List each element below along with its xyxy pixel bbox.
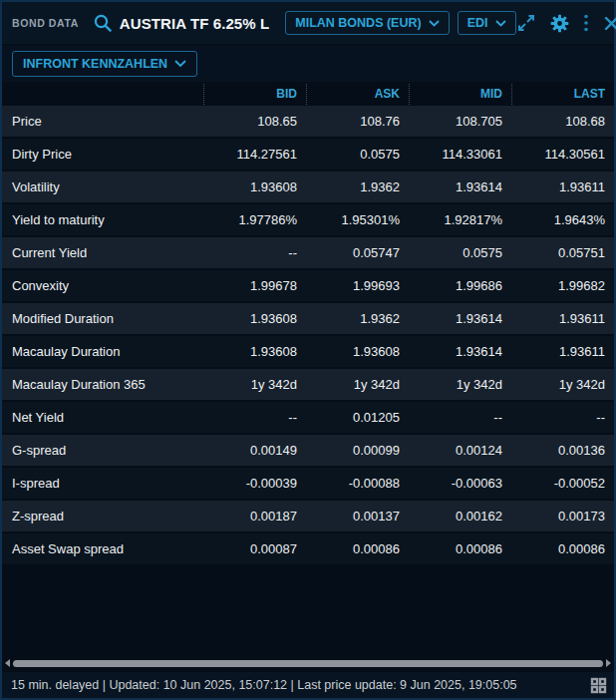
bid-value: 1.93608: [203, 311, 306, 326]
bid-value: 1y 342d: [203, 377, 306, 392]
bid-value: --: [203, 245, 306, 260]
view-dropdown[interactable]: INFRONT KENNZAHLEN: [12, 51, 197, 77]
last-value: 1.9643%: [511, 212, 614, 227]
ask-value: 0.05747: [306, 245, 409, 260]
column-header-mid: MID: [409, 84, 511, 105]
row-label: G-spread: [2, 443, 203, 458]
ask-value: 0.00086: [306, 541, 409, 556]
ask-value: 1.95301%: [306, 212, 409, 227]
row-label: Price: [2, 114, 203, 129]
row-label: Convexity: [2, 278, 203, 293]
instrument-search[interactable]: AUSTRIA TF 6.25% L: [93, 13, 269, 34]
table-row[interactable]: Yield to maturity 1.97786% 1.95301% 1.92…: [2, 204, 614, 235]
chevron-down-icon: [174, 60, 186, 68]
bid-value: 0.00087: [203, 541, 306, 556]
view-dropdown-label: INFRONT KENNZAHLEN: [23, 57, 167, 71]
mid-value: 0.00162: [409, 509, 511, 524]
table-row[interactable]: G-spread 0.00149 0.00099 0.00124 0.00136: [2, 435, 614, 466]
row-label: Net Yield: [2, 410, 203, 425]
scroll-left-arrow-icon[interactable]: [5, 659, 10, 667]
bid-value: 1.97786%: [203, 212, 306, 227]
table-row[interactable]: Current Yield -- 0.05747 0.0575 0.05751: [2, 237, 614, 268]
window-body: BOND DATA AUSTRIA TF 6.25% L MILAN BONDS…: [2, 2, 614, 698]
market-dropdown-label: MILAN BONDS (EUR): [295, 16, 421, 30]
table-header: BID ASK MID LAST: [2, 84, 614, 105]
source-dropdown[interactable]: EDI: [458, 11, 516, 35]
kebab-menu-icon[interactable]: [583, 13, 589, 33]
mid-value: 0.0575: [409, 245, 511, 260]
last-value: 0.00173: [511, 509, 614, 524]
mid-value: 1.93614: [409, 344, 511, 359]
toolbar: INFRONT KENNZAHLEN: [2, 46, 614, 82]
table-row[interactable]: Z-spread 0.00187 0.00137 0.00162 0.00173: [2, 501, 614, 531]
mid-value: 1.93614: [409, 179, 511, 194]
table-body: Price 108.65 108.76 108.705 108.68 Dirty…: [2, 106, 614, 566]
ask-value: 108.76: [306, 114, 409, 129]
row-label: Asset Swap spread: [2, 541, 203, 556]
table-row[interactable]: Convexity 1.99678 1.99693 1.99686 1.9968…: [2, 270, 614, 301]
table-row[interactable]: Volatility 1.93608 1.9362 1.93614 1.9361…: [2, 172, 614, 202]
last-value: 1.93611: [511, 344, 614, 359]
row-label: Current Yield: [2, 245, 203, 260]
mid-value: -0.00063: [409, 476, 511, 491]
last-value: 0.00086: [511, 541, 614, 556]
bid-value: 0.00187: [203, 509, 306, 524]
last-value: -0.00052: [511, 476, 614, 491]
row-label: Modified Duration: [2, 311, 203, 326]
ask-value: 1.99693: [306, 278, 409, 293]
ask-value: 0.00137: [306, 509, 409, 524]
bid-value: 0.00149: [203, 443, 306, 458]
window-controls: [516, 13, 616, 33]
mid-value: 1.92817%: [409, 212, 511, 227]
search-icon[interactable]: [93, 13, 114, 34]
ask-value: 1.9362: [306, 311, 409, 326]
last-value: 1y 342d: [511, 377, 614, 392]
ask-value: 1.93608: [306, 344, 409, 359]
table-row[interactable]: Price 108.65 108.76 108.705 108.68: [2, 106, 614, 137]
table-row[interactable]: Macaulay Duration 1.93608 1.93608 1.9361…: [2, 336, 614, 367]
column-header-bid: BID: [203, 84, 306, 105]
mid-value: 0.00124: [409, 443, 511, 458]
mid-value: --: [409, 410, 511, 425]
row-label: Macaulay Duration: [2, 344, 203, 359]
expand-icon[interactable]: [516, 13, 536, 33]
table-row[interactable]: Net Yield -- 0.01205 -- --: [2, 402, 614, 433]
last-value: 114.30561: [511, 147, 614, 162]
table-row[interactable]: I-spread -0.00039 -0.00088 -0.00063 -0.0…: [2, 468, 614, 499]
status-text: 15 min. delayed | Updated: 10 Jun 2025, …: [11, 678, 517, 692]
row-label: Yield to maturity: [2, 212, 203, 227]
bid-value: 114.27561: [203, 147, 306, 162]
ask-value: -0.00088: [306, 476, 409, 491]
table-row[interactable]: Asset Swap spread 0.00087 0.00086 0.0008…: [2, 533, 614, 564]
ask-value: 0.01205: [306, 410, 409, 425]
horizontal-scrollbar[interactable]: [2, 656, 614, 670]
bid-value: 108.65: [203, 114, 306, 129]
app-title: BOND DATA: [12, 17, 79, 29]
scroll-right-arrow-icon[interactable]: [606, 659, 611, 667]
row-label: Volatility: [2, 179, 203, 194]
row-label: Dirty Price: [2, 147, 203, 162]
mid-value: 114.33061: [409, 147, 511, 162]
table-row[interactable]: Dirty Price 114.27561 0.0575 114.33061 1…: [2, 139, 614, 170]
scrollbar-thumb[interactable]: [13, 660, 603, 667]
bid-value: 1.99678: [203, 278, 306, 293]
link-channels-grid-icon[interactable]: [590, 677, 607, 694]
table-row[interactable]: Macaulay Duration 365 1y 342d 1y 342d 1y…: [2, 369, 614, 400]
mid-value: 1.93614: [409, 311, 511, 326]
column-header-last: LAST: [511, 84, 614, 105]
chevron-down-icon: [495, 20, 506, 27]
row-label: I-spread: [2, 476, 203, 491]
ask-value: 1y 342d: [306, 377, 409, 392]
close-icon[interactable]: [603, 15, 616, 32]
market-dropdown[interactable]: MILAN BONDS (EUR): [285, 11, 449, 35]
bid-value: --: [203, 410, 306, 425]
last-value: --: [511, 410, 614, 425]
instrument-name[interactable]: AUSTRIA TF 6.25% L: [120, 15, 269, 32]
ask-value: 0.00099: [306, 443, 409, 458]
column-header-ask: ASK: [306, 84, 409, 105]
gear-icon[interactable]: [550, 14, 569, 33]
last-value: 1.93611: [511, 179, 614, 194]
mid-value: 108.705: [409, 114, 511, 129]
table-row[interactable]: Modified Duration 1.93608 1.9362 1.93614…: [2, 303, 614, 334]
status-bar: 15 min. delayed | Updated: 10 Jun 2025, …: [2, 672, 614, 698]
